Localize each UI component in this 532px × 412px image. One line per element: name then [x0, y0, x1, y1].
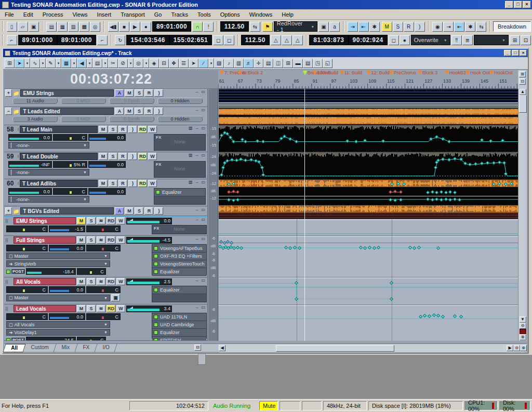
write-automation-button[interactable]: W: [148, 126, 157, 133]
folder-expander[interactable]: +: [5, 207, 12, 215]
audio-engine-button[interactable]: ∩: [192, 22, 203, 32]
volume-control[interactable]: 0.0: [8, 188, 52, 195]
strip-window-icons[interactable]: ‒ ▭: [196, 217, 206, 222]
select-start-button[interactable]: ⌐: [7, 35, 17, 45]
pan-control[interactable]: 5% R: [53, 161, 87, 168]
bus-pan2-control[interactable]: C: [86, 313, 121, 320]
drag-handle[interactable]: ⣿: [5, 219, 12, 223]
input-select[interactable]: ▏-none-▼: [8, 169, 89, 176]
folder-count-chip[interactable]: 0 Synth: [109, 116, 154, 122]
horizontal-scrollbar[interactable]: ◀ ▶ ⊖ ⊕: [219, 344, 527, 352]
step-record-button[interactable]: ‼: [451, 35, 462, 45]
arm-button[interactable]: R: [144, 108, 153, 115]
strip-button[interactable]: ): [154, 89, 163, 97]
punch-out-display[interactable]: 90:02:924: [349, 35, 388, 45]
arm-button[interactable]: R: [118, 180, 127, 187]
fx-bin[interactable]: UAD 1176LNUAD CambridgeEqualizerSPITFISH: [152, 313, 207, 339]
lane-button[interactable]: ▤: [263, 59, 273, 68]
stop-button[interactable]: ■: [119, 22, 129, 32]
marker-strip[interactable]: 7: PreChor8: Block 2Breakdown10th Build1…: [218, 70, 518, 78]
tab-i-o[interactable]: I/O: [95, 344, 117, 352]
read-automation-button[interactable]: RD: [138, 180, 147, 187]
punch-in-display[interactable]: 81:03:873: [309, 35, 348, 45]
strip-button[interactable]: ≋: [97, 305, 105, 312]
automation-snap-button[interactable]: ⇥: [443, 22, 454, 32]
fx-plugin-equalizer[interactable]: Equalizer: [152, 329, 206, 337]
fx-plugin-voxengoaftapebus[interactable]: VoxengoAFTapeBus: [152, 245, 206, 252]
menu-options[interactable]: Options: [216, 10, 245, 19]
pan-control[interactable]: C: [53, 188, 87, 195]
folder-strip-t-bgvs-edited[interactable]: +📁T BGVs EditedAMSR)‒ ▭: [4, 207, 208, 216]
folder-count-chip[interactable]: 11 Audio: [12, 98, 58, 104]
menu-tracks[interactable]: Tracks: [166, 10, 193, 19]
tab-fx[interactable]: FX: [75, 344, 97, 352]
event-list-view-button[interactable]: ▩: [79, 22, 89, 32]
clip-properties-button[interactable]: ⊡: [521, 35, 531, 45]
snap-landmark-button[interactable]: ✱: [369, 22, 380, 32]
arm-button[interactable]: R: [118, 126, 127, 133]
menu-file[interactable]: File: [0, 10, 19, 19]
loop-button[interactable]: ↻: [115, 35, 125, 45]
dropdown-arrow[interactable]: ▾: [128, 58, 134, 68]
toolbar-grip[interactable]: [2, 21, 4, 32]
track-strip-58[interactable]: 58⧙T Lead MainMSR)RDW▥ ‒ ▭0.0C0.0▏-none-…: [4, 125, 208, 152]
read-automation-button[interactable]: RD: [107, 217, 115, 224]
bus-pan-control[interactable]: C: [6, 313, 48, 320]
toolbar-grip[interactable]: [217, 21, 218, 32]
layout-wide-button[interactable]: ◫: [273, 59, 283, 68]
track-lane-t-lead-main[interactable]: [219, 125, 518, 152]
record-button[interactable]: ●: [141, 22, 151, 32]
solo-button[interactable]: S: [135, 89, 143, 97]
mute-button[interactable]: M: [125, 108, 134, 115]
toolbar-grip[interactable]: [343, 21, 344, 32]
marker-10th-build[interactable]: 10th Build: [313, 70, 338, 78]
strip-window-icons[interactable]: ‒ ▭: [196, 207, 206, 212]
bus-trim-control[interactable]: 0.0: [49, 286, 85, 293]
folder-name[interactable]: T BGVs Edited: [20, 207, 114, 215]
open-file-button[interactable]: ▱: [18, 22, 28, 32]
bus-strip-full-strings[interactable]: ⣿Full StringsMS≋RDW-4.5‒ ▭C0.0C◻Master▼➜…: [4, 236, 208, 277]
menu-tools[interactable]: Tools: [193, 10, 216, 19]
tab-all[interactable]: All: [3, 344, 25, 352]
strip-button[interactable]: ): [154, 207, 163, 215]
bus-pan2-control[interactable]: C: [86, 245, 121, 251]
send-post-label[interactable]: POST: [11, 269, 25, 274]
read-automation-button[interactable]: RD: [107, 305, 115, 312]
bus-lane-emu-strings[interactable]: [219, 219, 518, 235]
send-pan-control[interactable]: C: [77, 268, 106, 275]
solo-button[interactable]: S: [135, 108, 143, 115]
interleave-button[interactable]: ▣: [111, 294, 120, 301]
loop-from-selection-button[interactable]: ◻: [213, 35, 223, 45]
bus-pan2-control[interactable]: C: [86, 286, 121, 293]
drag-handle[interactable]: ⣿: [5, 280, 12, 284]
bus-lane-all-vocals[interactable]: [219, 277, 518, 304]
marker-field[interactable]: Breakdown: [493, 21, 531, 32]
vertical-scrollbar[interactable]: ▲ ▼ ⊖ ⊕: [518, 89, 527, 341]
fit-tracks-button[interactable]: ✥: [169, 59, 179, 68]
pattern-tool-button[interactable]: ▤: [92, 59, 102, 68]
bus-trim-control[interactable]: 0.0: [49, 245, 85, 251]
now-time-cursor[interactable]: [304, 89, 305, 341]
track-name[interactable]: T Lead Adlibs: [20, 180, 98, 187]
envelope-mode-button[interactable]: ✱: [465, 22, 475, 32]
strip-button[interactable]: ): [154, 108, 163, 115]
volume-control[interactable]: 0.0: [8, 134, 52, 141]
tab-mix[interactable]: Mix: [54, 344, 78, 352]
write-automation-button[interactable]: W: [116, 236, 125, 244]
toolbar-grip[interactable]: [2, 35, 4, 45]
strip-window-icons[interactable]: ‒ ▭: [196, 108, 206, 112]
strip-button[interactable]: ≋: [97, 217, 105, 224]
output-select[interactable]: ◻All Vocals▼: [6, 321, 110, 328]
bus-lane-full-strings[interactable]: [219, 235, 518, 277]
strip-window-icons[interactable]: ▥ ‒ ▭: [189, 153, 206, 157]
track-minimize-button[interactable]: _: [504, 50, 511, 56]
solo-button[interactable]: S: [87, 236, 96, 244]
collapsed-band[interactable]: [219, 212, 518, 219]
bus-volume-fader[interactable]: 3.4: [126, 305, 172, 312]
draw-line-button[interactable]: ∕: [198, 59, 208, 68]
maximize-button[interactable]: □: [514, 1, 522, 8]
mute-button[interactable]: M: [125, 207, 134, 215]
volume-control[interactable]: -INF: [8, 161, 52, 168]
console-view-button[interactable]: ▥: [68, 22, 78, 32]
marker-block-3[interactable]: Block 3: [418, 70, 438, 78]
